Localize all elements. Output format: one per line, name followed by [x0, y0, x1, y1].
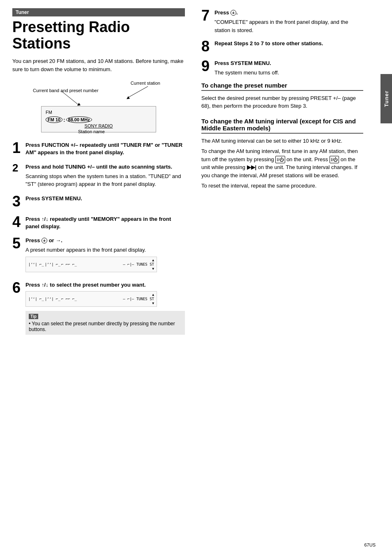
intro-text: You can preset 20 FM stations, and 10 AM… [12, 57, 185, 73]
step-2-content: Press and hold TUNING +/– until the auto… [25, 162, 185, 188]
step-5-normal: A preset number appears in the front pan… [25, 246, 185, 254]
page-number: 67US [364, 542, 376, 548]
strip-left-5: |ʼʻ| ⌐_ |ʼʻ| ⌐_ ⌐ ⌐⌐ ⌐_ [28, 262, 77, 266]
step-3-number: 3 [12, 194, 22, 209]
step-2-normal: Scanning stops when the system tunes in … [25, 172, 185, 188]
sidebar-tuner-tab: Tuner [380, 74, 392, 123]
step-6-content: Press ↑/↓ to select the preset number yo… [25, 280, 185, 335]
strip-left-6: |ʼʻ| ⌐_ |ʼʻ| ⌐_ ⌐ ⌐⌐ ⌐_ [28, 297, 77, 301]
step-7-normal: "COMPLETE" appears in the front panel di… [214, 18, 363, 34]
step-5-number: 5 [12, 236, 22, 251]
step-9-text: Press SYSTEM MENU. [214, 60, 363, 67]
step-5-text: Press + or →. [25, 237, 185, 244]
step-9-normal: The system menu turns off. [214, 69, 363, 77]
step-4: 4 Press ↑/↓ repeatedly until "MEMORY" ap… [12, 215, 185, 230]
step-8: 8 Repeat Steps 2 to 7 to store other sta… [201, 39, 363, 54]
display-strip-6: |ʼʻ| ⌐_ |ʼʻ| ⌐_ ⌐ ⌐⌐ ⌐_ ▲ – ⌐|– TUNES ST… [25, 291, 157, 307]
step-3-content: Press SYSTEM MENU. [25, 194, 185, 202]
step-8-content: Repeat Steps 2 to 7 to store other stati… [214, 39, 363, 47]
page-title: Presetting Radio Stations [12, 19, 185, 51]
step-1-text: Press FUNCTION +/– repeatedly until "TUN… [25, 141, 185, 156]
step-1-content: Press FUNCTION +/– repeatedly until "TUN… [25, 141, 185, 156]
step-8-text: Repeat Steps 2 to 7 to store other stati… [214, 40, 363, 47]
tuner-label-bar: Tuner [12, 8, 185, 16]
step-7: 7 Press +. "COMPLETE" appears in the fro… [201, 8, 363, 34]
section-am-text1: The AM tuning interval can be set to eit… [201, 137, 363, 145]
station-name-label: Station name [78, 129, 105, 134]
step-2: 2 Press and hold TUNING +/– until the au… [12, 162, 185, 188]
tip-box: Tip • You can select the preset number d… [25, 311, 185, 335]
step-4-number: 4 [12, 215, 22, 229]
page-num-value: 67 [364, 542, 369, 547]
steps-list-left: 1 Press FUNCTION +/– repeatedly until "T… [12, 141, 185, 335]
circle-plus-icon-7: + [231, 10, 236, 16]
band-preset-label: Current band and preset number [33, 88, 99, 93]
left-column: Tuner Presetting Radio Stations You can … [12, 8, 185, 548]
step-7-content: Press +. "COMPLETE" appears in the front… [214, 8, 363, 34]
strip-right-6: ▲ – ⌐|– TUNES ST ▼ [123, 293, 154, 305]
step-4-content: Press ↑/↓ repeatedly until "MEMORY" appe… [25, 215, 185, 230]
tuner-label: Tuner [16, 9, 29, 15]
fast-forward-symbol: ▶▶| [247, 164, 257, 170]
page-num-suffix: US [369, 542, 376, 547]
strip-right-5: ▲ – ⌐|– TUNES ST ▼ [123, 258, 154, 271]
svg-line-0 [127, 86, 148, 98]
display-diagram: Current station Current band and preset … [33, 81, 164, 134]
display-box: FM FM 10 : 88.00 MHz SONY RADIO [41, 106, 156, 132]
step-9-number: 9 [201, 59, 211, 74]
step-1-number: 1 [12, 141, 22, 155]
step-5: 5 Press + or →. A preset number appears … [12, 236, 185, 275]
right-column: 7 Press +. "COMPLETE" appears in the fro… [197, 8, 376, 548]
step-2-number: 2 [12, 162, 22, 173]
sidebar-tab-label: Tuner [383, 90, 390, 107]
step-7-number: 7 [201, 8, 211, 23]
power-btn-icon-2: I/⏻ [330, 156, 339, 164]
section-am-text2: To change the AM tuning interval, first … [201, 147, 363, 179]
steps-list-right: 7 Press +. "COMPLETE" appears in the fro… [201, 8, 363, 77]
section-preset-title: To change the preset number [201, 82, 287, 89]
display-main-line: FM 10 : 88.00 MHz [46, 116, 152, 123]
step-6: 6 Press ↑/↓ to select the preset number … [12, 280, 185, 335]
section-preset-text: Select the desired preset number by pres… [201, 94, 363, 110]
tip-label: Tip [29, 314, 38, 319]
step-6-text: Press ↑/↓ to select the preset number yo… [25, 281, 185, 289]
step-7-text: Press +. [214, 9, 363, 16]
step-8-number: 8 [201, 39, 211, 54]
section-am-text3: To reset the interval, repeat the same p… [201, 182, 363, 190]
section-heading-preset: To change the preset number [201, 82, 363, 91]
step-5-content: Press + or →. A preset number appears in… [25, 236, 185, 275]
display-strip-5: |ʼʻ| ⌐_ |ʼʻ| ⌐_ ⌐ ⌐⌐ ⌐_ ▲ – ⌐|– TUNES ST… [25, 257, 157, 272]
section-am-title: To change the AM tuning interval (except… [201, 118, 356, 132]
section-heading-am: To change the AM tuning interval (except… [201, 118, 363, 134]
step-9-content: Press SYSTEM MENU. The system menu turns… [214, 59, 363, 77]
tip-text: • You can select the preset number direc… [29, 321, 182, 332]
power-btn-icon-1: I/⏻ [275, 156, 285, 164]
frequency-oval: 88.00 MHz [66, 116, 92, 123]
step-4-text: Press ↑/↓ repeatedly until "MEMORY" appe… [25, 215, 185, 230]
step-3-text: Press SYSTEM MENU. [25, 195, 185, 202]
step-9: 9 Press SYSTEM MENU. The system menu tur… [201, 59, 363, 77]
fm-label: FM [46, 110, 152, 115]
step-2-bold: Press and hold TUNING +/– until the auto… [25, 163, 185, 171]
svg-line-2 [62, 91, 78, 104]
circle-plus-icon-5: + [42, 238, 47, 243]
step-1: 1 Press FUNCTION +/– repeatedly until "T… [12, 141, 185, 156]
step-3: 3 Press SYSTEM MENU. [12, 194, 185, 209]
station-name-display: SONY RADIO [85, 123, 113, 128]
fm-preset-oval: FM 10 [46, 116, 62, 123]
step-6-number: 6 [12, 280, 22, 295]
